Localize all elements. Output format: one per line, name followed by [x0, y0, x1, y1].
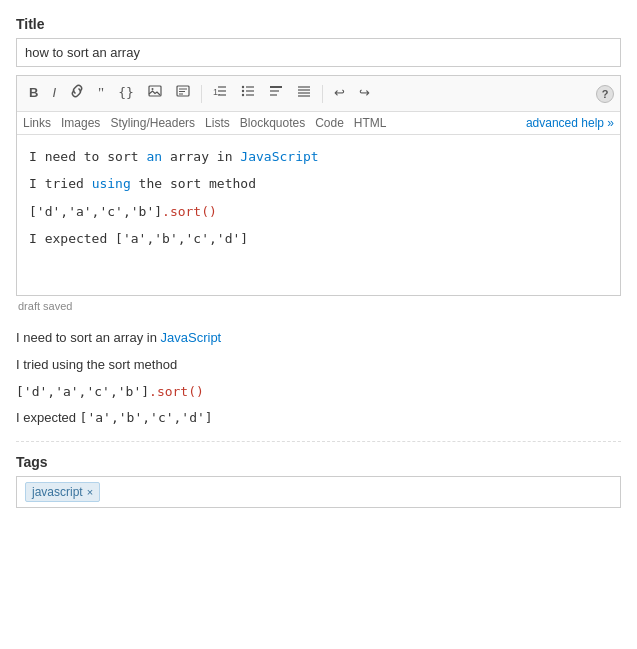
lists-link[interactable]: Lists: [205, 116, 230, 130]
editor-line-3: ['d','a','c','b'].sort(): [29, 200, 608, 223]
styling-link[interactable]: Styling/Headers: [110, 116, 195, 130]
preview-line-3: ['d','a','c','b'].sort(): [16, 382, 621, 403]
editor-toolbar: B I " {} 1.: [17, 76, 620, 112]
italic-button[interactable]: I: [46, 81, 62, 105]
links-link[interactable]: Links: [23, 116, 51, 130]
tags-input-area[interactable]: javascript ×: [16, 476, 621, 508]
images-link[interactable]: Images: [61, 116, 100, 130]
blockquote-button[interactable]: ": [92, 80, 110, 107]
editor-line-4: I expected ['a','b','c','d']: [29, 227, 608, 250]
html-link[interactable]: HTML: [354, 116, 387, 130]
image-button[interactable]: [142, 81, 168, 105]
redo-button[interactable]: ↪: [353, 81, 376, 105]
heading-button[interactable]: [263, 81, 289, 105]
tag-javascript-remove[interactable]: ×: [87, 486, 93, 498]
draft-saved-status: draft saved: [16, 300, 621, 312]
code-button[interactable]: {}: [112, 81, 140, 105]
page-container: Title B I " {} 1.: [16, 16, 621, 508]
toolbar-sep-2: [322, 85, 323, 103]
help-button[interactable]: ?: [596, 85, 614, 103]
hr-button[interactable]: [291, 81, 317, 105]
svg-point-11: [242, 90, 244, 92]
tag-javascript-label: javascript: [32, 485, 83, 499]
svg-point-1: [151, 88, 153, 90]
toolbar-sep-1: [201, 85, 202, 103]
tags-label: Tags: [16, 454, 621, 470]
editor-content[interactable]: I need to sort an array in JavaScript I …: [17, 135, 620, 295]
tags-section: Tags javascript ×: [16, 454, 621, 508]
blockquotes-link[interactable]: Blockquotes: [240, 116, 305, 130]
preview-line-1: I need to sort an array in JavaScript: [16, 328, 621, 349]
undo-button[interactable]: ↩: [328, 81, 351, 105]
preview-area: I need to sort an array in JavaScript I …: [16, 322, 621, 442]
code-link[interactable]: Code: [315, 116, 344, 130]
title-section: Title: [16, 16, 621, 75]
editor-line-1: I need to sort an array in JavaScript: [29, 145, 608, 168]
unordered-list-button[interactable]: [235, 81, 261, 105]
toolbar-links: Links Images Styling/Headers Lists Block…: [17, 112, 620, 135]
bold-button[interactable]: B: [23, 81, 44, 105]
advanced-help-link[interactable]: advanced help »: [526, 116, 614, 130]
svg-point-10: [242, 86, 244, 88]
tag-javascript: javascript ×: [25, 482, 100, 502]
preview-line-2: I tried using the sort method: [16, 355, 621, 376]
preview-javascript-link[interactable]: JavaScript: [161, 330, 222, 345]
title-input[interactable]: [16, 38, 621, 67]
link-button[interactable]: [64, 81, 90, 106]
editor-line-2: I tried using the sort method: [29, 172, 608, 195]
ordered-list-button[interactable]: 1.: [207, 81, 233, 105]
svg-point-12: [242, 94, 244, 96]
preview-line-4: I expected ['a','b','c','d']: [16, 408, 621, 429]
snippet-button[interactable]: [170, 81, 196, 105]
editor-container: B I " {} 1.: [16, 75, 621, 296]
title-label: Title: [16, 16, 621, 32]
